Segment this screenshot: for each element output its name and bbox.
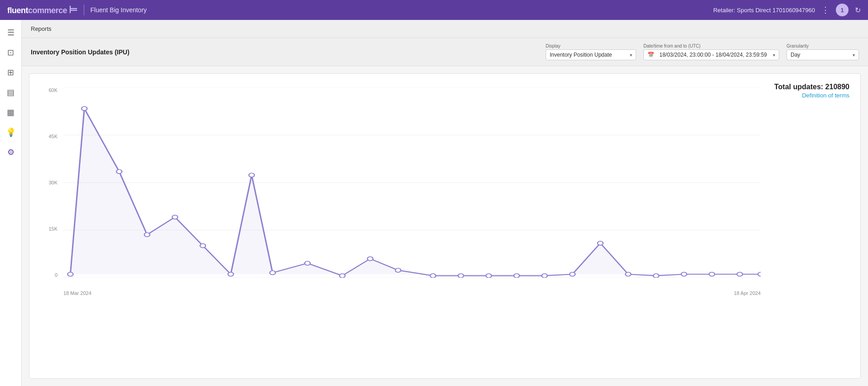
app-title: Fluent Big Inventory bbox=[91, 6, 147, 14]
display-chevron-icon: ▾ bbox=[630, 53, 632, 58]
data-point bbox=[758, 272, 761, 276]
granularity-select-value: Day bbox=[791, 52, 800, 58]
sidebar-item-insight[interactable]: 💡 bbox=[2, 123, 20, 141]
sidebar-item-grid[interactable]: ⊞ bbox=[2, 63, 20, 82]
data-point bbox=[144, 233, 150, 237]
x-label-end: 18 Apr 2024 bbox=[734, 290, 761, 296]
granularity-chevron-icon: ▾ bbox=[853, 53, 855, 58]
data-point bbox=[228, 272, 233, 276]
sidebar-item-menu[interactable]: ☰ bbox=[2, 24, 20, 42]
granularity-select[interactable]: Day ▾ bbox=[786, 49, 859, 60]
chart-area: 60K 45K 30K 15K 0 bbox=[38, 87, 851, 296]
granularity-label: Granularity bbox=[786, 43, 859, 48]
data-point bbox=[172, 215, 177, 219]
logo-mark: ⊨ bbox=[69, 4, 77, 15]
chart-svg bbox=[63, 87, 761, 278]
chart-container: Total updates: 210890 Definition of term… bbox=[29, 73, 861, 379]
y-label-30k: 30K bbox=[48, 180, 58, 185]
datetime-select[interactable]: 📅 18/03/2024, 23:00:00 - 18/04/2024, 23:… bbox=[643, 49, 779, 60]
more-options-icon[interactable]: ⋮ bbox=[821, 5, 830, 15]
sidebar-item-settings[interactable]: ⚙ bbox=[2, 143, 20, 161]
datetime-label: Date/time from and to (UTC) bbox=[643, 43, 779, 48]
granularity-filter-field: Granularity Day ▾ bbox=[786, 43, 859, 60]
display-filter-field: Display Inventory Position Update ▾ bbox=[546, 43, 636, 60]
data-point bbox=[625, 272, 631, 276]
chart-line bbox=[70, 108, 761, 275]
y-axis: 60K 45K 30K 15K 0 bbox=[38, 87, 61, 278]
main-content: Reports Inventory Position Updates (IPU)… bbox=[22, 20, 868, 386]
breadcrumb-bar: Reports bbox=[22, 20, 868, 38]
data-point bbox=[542, 274, 547, 278]
chart-svg-area bbox=[63, 87, 761, 278]
sidebar-item-inbox[interactable]: ⊡ bbox=[2, 43, 20, 62]
y-label-60k: 60K bbox=[48, 87, 58, 93]
datetime-select-value: 18/03/2024, 23:00:00 - 18/04/2024, 23:59… bbox=[659, 52, 767, 58]
y-label-15k: 15K bbox=[48, 226, 58, 232]
y-label-45k: 45K bbox=[48, 134, 58, 139]
data-point bbox=[116, 169, 122, 174]
data-point bbox=[367, 257, 373, 261]
sidebar-item-chart[interactable]: ▦ bbox=[2, 103, 20, 121]
ipu-header-bar: Inventory Position Updates (IPU) Display… bbox=[22, 38, 868, 66]
data-point bbox=[570, 272, 575, 276]
datetime-chevron-icon: ▾ bbox=[773, 53, 775, 58]
data-point bbox=[340, 274, 345, 278]
data-point bbox=[514, 274, 519, 278]
main-layout: ☰ ⊡ ⊞ ▤ ▦ 💡 ⚙ Reports Inventory Position… bbox=[0, 20, 868, 386]
brand-logo: fluentcommerce⊨ bbox=[7, 4, 77, 16]
filter-group: Display Inventory Position Update ▾ Date… bbox=[546, 43, 859, 60]
data-point bbox=[82, 106, 87, 111]
content-area: Inventory Position Updates (IPU) Display… bbox=[22, 38, 868, 386]
data-point bbox=[430, 274, 436, 278]
data-point bbox=[249, 173, 254, 177]
sidebar-item-table[interactable]: ▤ bbox=[2, 83, 20, 101]
data-point bbox=[200, 244, 206, 248]
data-point bbox=[395, 268, 401, 272]
data-point bbox=[305, 261, 310, 265]
top-navigation: fluentcommerce⊨ Fluent Big Inventory Ret… bbox=[0, 0, 868, 20]
page-title: Inventory Position Updates (IPU) bbox=[31, 48, 538, 56]
x-axis: 18 Mar 2024 18 Apr 2024 bbox=[63, 288, 761, 296]
data-point bbox=[681, 272, 686, 276]
data-point bbox=[458, 274, 464, 278]
breadcrumb-text: Reports bbox=[31, 25, 52, 32]
nav-divider bbox=[84, 5, 84, 15]
display-label: Display bbox=[546, 43, 636, 48]
display-select[interactable]: Inventory Position Update ▾ bbox=[546, 49, 636, 60]
data-point bbox=[270, 271, 275, 275]
calendar-icon: 📅 bbox=[647, 52, 654, 58]
logo-text: fluentcommerce⊨ bbox=[7, 4, 77, 16]
retailer-label: Retailer: Sports Direct 1701060947960 bbox=[713, 7, 815, 14]
data-point bbox=[709, 272, 715, 276]
nav-right: Retailer: Sports Direct 1701060947960 ⋮ … bbox=[713, 4, 861, 16]
data-point bbox=[67, 272, 73, 276]
data-point bbox=[653, 274, 659, 278]
datetime-filter-field: Date/time from and to (UTC) 📅 18/03/2024… bbox=[643, 43, 779, 60]
refresh-icon[interactable]: ↻ bbox=[855, 6, 861, 14]
display-select-value: Inventory Position Update bbox=[550, 52, 612, 58]
x-label-start: 18 Mar 2024 bbox=[63, 290, 91, 296]
logo-suffix: commerce bbox=[28, 6, 67, 15]
avatar[interactable]: 1 bbox=[836, 4, 849, 16]
data-point bbox=[598, 241, 603, 245]
data-point bbox=[737, 272, 743, 276]
data-point bbox=[486, 274, 491, 278]
y-label-0: 0 bbox=[55, 272, 58, 278]
sidebar: ☰ ⊡ ⊞ ▤ ▦ 💡 ⚙ bbox=[0, 20, 22, 386]
